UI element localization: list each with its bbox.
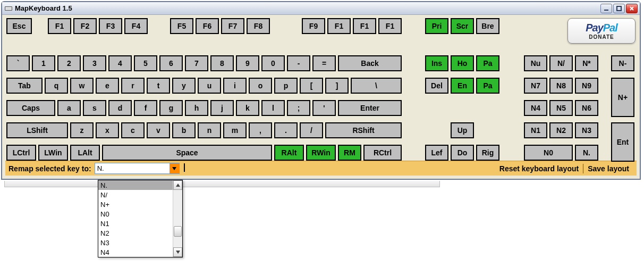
key-esc[interactable]: Esc <box>6 18 32 34</box>
key-capslock[interactable]: Caps <box>6 100 55 116</box>
key-c[interactable]: c <box>121 122 145 138</box>
key-space[interactable]: Space <box>102 145 272 161</box>
key-numenter[interactable]: Ent <box>611 122 634 162</box>
key-s[interactable]: s <box>83 100 106 116</box>
key-lctrl[interactable]: LCtrl <box>6 145 36 161</box>
key-l[interactable]: l <box>261 100 285 116</box>
key-num0[interactable]: N0 <box>524 145 573 161</box>
key-p[interactable]: p <box>274 78 298 94</box>
key-f3[interactable]: F3 <box>99 18 122 34</box>
key-f8[interactable]: F8 <box>247 18 270 34</box>
key-left[interactable]: Lef <box>425 145 448 161</box>
key-0[interactable]: 0 <box>261 55 285 71</box>
key-f11[interactable]: F1 <box>353 18 376 34</box>
key-f[interactable]: f <box>134 100 157 116</box>
key-home[interactable]: Ho <box>451 55 474 71</box>
key-backtick[interactable]: ` <box>6 55 30 71</box>
key-insert[interactable]: Ins <box>425 55 448 71</box>
key-lbracket[interactable]: [ <box>300 78 323 94</box>
key-slash[interactable]: / <box>300 122 323 138</box>
close-button[interactable] <box>626 4 638 13</box>
key-f7[interactable]: F7 <box>221 18 244 34</box>
key-f9[interactable]: F9 <box>302 18 325 34</box>
key-a[interactable]: a <box>57 100 81 116</box>
key-6[interactable]: 6 <box>159 55 183 71</box>
key-5[interactable]: 5 <box>134 55 157 71</box>
scroll-up-icon[interactable] <box>173 180 182 187</box>
key-rshift[interactable]: RShift <box>325 122 402 138</box>
key-ralt[interactable]: RAlt <box>274 145 304 161</box>
key-comma[interactable]: , <box>249 122 272 138</box>
key-h[interactable]: h <box>185 100 208 116</box>
maximize-button[interactable] <box>613 4 625 13</box>
key-numdiv[interactable]: N/ <box>549 55 573 71</box>
key-7[interactable]: 7 <box>185 55 208 71</box>
key-q[interactable]: q <box>45 78 68 94</box>
key-num1[interactable]: N1 <box>524 122 547 138</box>
key-numminus[interactable]: N- <box>611 55 634 71</box>
key-down[interactable]: Do <box>451 145 474 161</box>
key-printscreen[interactable]: Pri <box>425 18 448 34</box>
key-d[interactable]: d <box>108 100 132 116</box>
key-u[interactable]: u <box>198 78 221 94</box>
minimize-button[interactable] <box>600 4 612 13</box>
key-num3[interactable]: N3 <box>575 122 598 138</box>
key-w[interactable]: w <box>70 78 94 94</box>
key-rbracket[interactable]: ] <box>325 78 349 94</box>
key-pagedown[interactable]: Pa <box>476 78 499 94</box>
key-num7[interactable]: N7 <box>524 78 547 94</box>
key-semicolon[interactable]: ; <box>287 100 310 116</box>
dropdown-arrow-icon[interactable] <box>170 163 179 173</box>
key-y[interactable]: y <box>172 78 196 94</box>
key-f6[interactable]: F6 <box>196 18 219 34</box>
key-menu[interactable]: RM <box>338 145 361 161</box>
key-b[interactable]: b <box>172 122 196 138</box>
key-j[interactable]: j <box>210 100 234 116</box>
key-k[interactable]: k <box>236 100 259 116</box>
key-f2[interactable]: F2 <box>73 18 97 34</box>
key-4[interactable]: 4 <box>108 55 132 71</box>
titlebar[interactable]: MapKeyboard 1.5 <box>2 2 640 15</box>
key-g[interactable]: g <box>159 100 183 116</box>
key-v[interactable]: v <box>147 122 170 138</box>
key-numdot[interactable]: N. <box>575 145 598 161</box>
key-pageup[interactable]: Pa <box>476 55 499 71</box>
key-f4[interactable]: F4 <box>124 18 148 34</box>
key-backspace[interactable]: Back <box>338 55 402 71</box>
key-lalt[interactable]: LAlt <box>70 145 100 161</box>
key-e[interactable]: e <box>96 78 119 94</box>
key-f5[interactable]: F5 <box>170 18 193 34</box>
donate-button[interactable]: PayPal DONATE <box>567 18 635 44</box>
key-f12[interactable]: F1 <box>378 18 402 34</box>
remap-combo[interactable]: N. <box>95 163 180 174</box>
key-numplus[interactable]: N+ <box>611 78 634 117</box>
key-lwin[interactable]: LWin <box>38 145 68 161</box>
key-r[interactable]: r <box>121 78 145 94</box>
key-num5[interactable]: N5 <box>549 100 573 116</box>
key-right[interactable]: Rig <box>476 145 499 161</box>
key-num8[interactable]: N8 <box>549 78 573 94</box>
key-num6[interactable]: N6 <box>575 100 598 116</box>
remap-dropdown-list[interactable]: N.N/N+N0N1N2N3N4 <box>98 180 183 187</box>
key-break[interactable]: Bre <box>476 18 499 34</box>
dropdown-option[interactable]: N. <box>98 180 173 187</box>
key-numlock[interactable]: Nu <box>524 55 547 71</box>
key-enter[interactable]: Enter <box>338 100 402 116</box>
key-num4[interactable]: N4 <box>524 100 547 116</box>
key-3[interactable]: 3 <box>83 55 106 71</box>
key-1[interactable]: 1 <box>32 55 55 71</box>
key-t[interactable]: t <box>147 78 170 94</box>
key-o[interactable]: o <box>249 78 272 94</box>
save-layout-button[interactable]: Save layout <box>583 164 633 173</box>
key-num2[interactable]: N2 <box>549 122 573 138</box>
key-delete[interactable]: Del <box>425 78 448 94</box>
key-f10[interactable]: F1 <box>327 18 351 34</box>
key-9[interactable]: 9 <box>236 55 259 71</box>
key-nummul[interactable]: N* <box>575 55 598 71</box>
key-up[interactable]: Up <box>451 122 474 138</box>
key-rctrl[interactable]: RCtrl <box>363 145 402 161</box>
key-lshift[interactable]: LShift <box>6 122 68 138</box>
key-minus[interactable]: - <box>287 55 310 71</box>
key-backslash[interactable]: \ <box>351 78 402 94</box>
dropdown-scrollbar[interactable] <box>173 180 182 187</box>
